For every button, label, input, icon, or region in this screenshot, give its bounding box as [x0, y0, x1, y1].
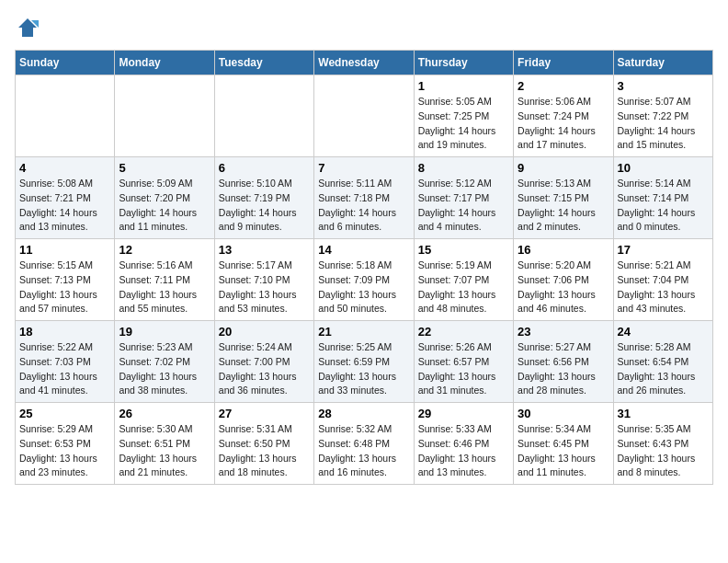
day-info: Sunrise: 5:13 AMSunset: 7:15 PMDaylight:…	[518, 177, 609, 235]
day-info: Sunrise: 5:07 AMSunset: 7:22 PMDaylight:…	[618, 95, 709, 153]
logo	[15, 15, 44, 40]
day-number: 26	[119, 407, 210, 420]
day-header-monday: Monday	[115, 51, 214, 75]
week-row-2: 4Sunrise: 5:08 AMSunset: 7:21 PMDaylight…	[16, 157, 713, 239]
day-number: 30	[518, 407, 609, 420]
day-info: Sunrise: 5:22 AMSunset: 7:03 PMDaylight:…	[19, 340, 110, 398]
calendar-cell: 11Sunrise: 5:15 AMSunset: 7:13 PMDayligh…	[16, 239, 115, 321]
day-number: 29	[418, 407, 509, 420]
day-info: Sunrise: 5:33 AMSunset: 6:46 PMDaylight:…	[418, 422, 509, 480]
logo-icon	[15, 15, 40, 40]
day-header-friday: Friday	[514, 51, 613, 75]
calendar-cell: 14Sunrise: 5:18 AMSunset: 7:09 PMDayligh…	[314, 239, 414, 321]
day-number: 15	[418, 243, 509, 257]
calendar-cell: 24Sunrise: 5:28 AMSunset: 6:54 PMDayligh…	[613, 321, 712, 403]
calendar-cell: 13Sunrise: 5:17 AMSunset: 7:10 PMDayligh…	[214, 239, 313, 321]
day-info: Sunrise: 5:16 AMSunset: 7:11 PMDaylight:…	[119, 259, 210, 316]
day-number: 9	[518, 161, 609, 175]
day-number: 18	[19, 325, 110, 339]
calendar-cell	[314, 75, 414, 157]
day-info: Sunrise: 5:11 AMSunset: 7:18 PMDaylight:…	[318, 177, 409, 235]
day-number: 14	[318, 243, 409, 257]
day-number: 16	[518, 243, 609, 257]
day-info: Sunrise: 5:24 AMSunset: 7:00 PMDaylight:…	[219, 340, 310, 398]
calendar-cell: 6Sunrise: 5:10 AMSunset: 7:19 PMDaylight…	[214, 157, 313, 239]
calendar-cell: 29Sunrise: 5:33 AMSunset: 6:46 PMDayligh…	[414, 403, 513, 485]
day-number: 28	[318, 407, 409, 420]
calendar-cell: 26Sunrise: 5:30 AMSunset: 6:51 PMDayligh…	[115, 403, 214, 485]
calendar-cell: 16Sunrise: 5:20 AMSunset: 7:06 PMDayligh…	[514, 239, 613, 321]
calendar-cell: 17Sunrise: 5:21 AMSunset: 7:04 PMDayligh…	[613, 239, 712, 321]
day-header-thursday: Thursday	[414, 51, 513, 75]
day-header-wednesday: Wednesday	[314, 51, 414, 75]
day-number: 21	[318, 325, 409, 339]
day-number: 24	[618, 325, 709, 339]
day-info: Sunrise: 5:10 AMSunset: 7:19 PMDaylight:…	[219, 177, 310, 235]
week-row-5: 25Sunrise: 5:29 AMSunset: 6:53 PMDayligh…	[16, 403, 713, 485]
day-header-saturday: Saturday	[613, 51, 712, 75]
calendar-cell: 12Sunrise: 5:16 AMSunset: 7:11 PMDayligh…	[115, 239, 214, 321]
day-number: 17	[618, 243, 709, 257]
day-number: 10	[618, 161, 709, 175]
day-info: Sunrise: 5:26 AMSunset: 6:57 PMDaylight:…	[418, 340, 509, 398]
calendar-cell: 28Sunrise: 5:32 AMSunset: 6:48 PMDayligh…	[314, 403, 414, 485]
day-info: Sunrise: 5:15 AMSunset: 7:13 PMDaylight:…	[19, 259, 110, 316]
calendar-cell: 22Sunrise: 5:26 AMSunset: 6:57 PMDayligh…	[414, 321, 513, 403]
day-number: 12	[119, 243, 210, 257]
day-number: 2	[518, 79, 609, 93]
week-row-4: 18Sunrise: 5:22 AMSunset: 7:03 PMDayligh…	[16, 321, 713, 403]
calendar-cell: 8Sunrise: 5:12 AMSunset: 7:17 PMDaylight…	[414, 157, 513, 239]
day-info: Sunrise: 5:18 AMSunset: 7:09 PMDaylight:…	[318, 259, 409, 316]
day-info: Sunrise: 5:32 AMSunset: 6:48 PMDaylight:…	[318, 422, 409, 480]
calendar-cell: 3Sunrise: 5:07 AMSunset: 7:22 PMDaylight…	[613, 75, 712, 157]
calendar-cell: 20Sunrise: 5:24 AMSunset: 7:00 PMDayligh…	[214, 321, 313, 403]
day-header-tuesday: Tuesday	[214, 51, 313, 75]
day-info: Sunrise: 5:23 AMSunset: 7:02 PMDaylight:…	[119, 340, 210, 398]
calendar-cell	[16, 75, 115, 157]
day-number: 20	[219, 325, 310, 339]
day-number: 13	[219, 243, 310, 257]
calendar-cell: 1Sunrise: 5:05 AMSunset: 7:25 PMDaylight…	[414, 75, 513, 157]
calendar-cell: 4Sunrise: 5:08 AMSunset: 7:21 PMDaylight…	[16, 157, 115, 239]
calendar-cell: 27Sunrise: 5:31 AMSunset: 6:50 PMDayligh…	[214, 403, 313, 485]
day-header-sunday: Sunday	[16, 51, 115, 75]
calendar-cell: 9Sunrise: 5:13 AMSunset: 7:15 PMDaylight…	[514, 157, 613, 239]
day-number: 31	[618, 407, 709, 420]
day-info: Sunrise: 5:29 AMSunset: 6:53 PMDaylight:…	[19, 422, 110, 480]
week-row-3: 11Sunrise: 5:15 AMSunset: 7:13 PMDayligh…	[16, 239, 713, 321]
day-info: Sunrise: 5:17 AMSunset: 7:10 PMDaylight:…	[219, 259, 310, 316]
calendar-cell: 30Sunrise: 5:34 AMSunset: 6:45 PMDayligh…	[514, 403, 613, 485]
calendar-cell	[214, 75, 313, 157]
header-row: SundayMondayTuesdayWednesdayThursdayFrid…	[16, 51, 713, 75]
day-number: 19	[119, 325, 210, 339]
calendar-cell: 21Sunrise: 5:25 AMSunset: 6:59 PMDayligh…	[314, 321, 414, 403]
day-info: Sunrise: 5:05 AMSunset: 7:25 PMDaylight:…	[418, 95, 509, 153]
calendar-cell: 7Sunrise: 5:11 AMSunset: 7:18 PMDaylight…	[314, 157, 414, 239]
calendar-cell: 15Sunrise: 5:19 AMSunset: 7:07 PMDayligh…	[414, 239, 513, 321]
day-info: Sunrise: 5:35 AMSunset: 6:43 PMDaylight:…	[618, 422, 709, 480]
day-info: Sunrise: 5:20 AMSunset: 7:06 PMDaylight:…	[518, 259, 609, 316]
calendar-cell	[115, 75, 214, 157]
day-info: Sunrise: 5:14 AMSunset: 7:14 PMDaylight:…	[618, 177, 709, 235]
day-info: Sunrise: 5:27 AMSunset: 6:56 PMDaylight:…	[518, 340, 609, 398]
calendar-cell: 25Sunrise: 5:29 AMSunset: 6:53 PMDayligh…	[16, 403, 115, 485]
day-info: Sunrise: 5:09 AMSunset: 7:20 PMDaylight:…	[119, 177, 210, 235]
day-number: 27	[219, 407, 310, 420]
day-number: 7	[318, 161, 409, 175]
day-info: Sunrise: 5:31 AMSunset: 6:50 PMDaylight:…	[219, 422, 310, 480]
week-row-1: 1Sunrise: 5:05 AMSunset: 7:25 PMDaylight…	[16, 75, 713, 157]
day-info: Sunrise: 5:30 AMSunset: 6:51 PMDaylight:…	[119, 422, 210, 480]
day-info: Sunrise: 5:06 AMSunset: 7:24 PMDaylight:…	[518, 95, 609, 153]
calendar-table: SundayMondayTuesdayWednesdayThursdayFrid…	[15, 50, 713, 485]
day-info: Sunrise: 5:12 AMSunset: 7:17 PMDaylight:…	[418, 177, 509, 235]
calendar-cell: 31Sunrise: 5:35 AMSunset: 6:43 PMDayligh…	[613, 403, 712, 485]
calendar-cell: 10Sunrise: 5:14 AMSunset: 7:14 PMDayligh…	[613, 157, 712, 239]
day-number: 3	[618, 79, 709, 93]
calendar-cell: 5Sunrise: 5:09 AMSunset: 7:20 PMDaylight…	[115, 157, 214, 239]
calendar-cell: 23Sunrise: 5:27 AMSunset: 6:56 PMDayligh…	[514, 321, 613, 403]
day-number: 1	[418, 79, 509, 93]
day-info: Sunrise: 5:25 AMSunset: 6:59 PMDaylight:…	[318, 340, 409, 398]
day-number: 4	[19, 161, 110, 175]
day-info: Sunrise: 5:08 AMSunset: 7:21 PMDaylight:…	[19, 177, 110, 235]
calendar-cell: 18Sunrise: 5:22 AMSunset: 7:03 PMDayligh…	[16, 321, 115, 403]
